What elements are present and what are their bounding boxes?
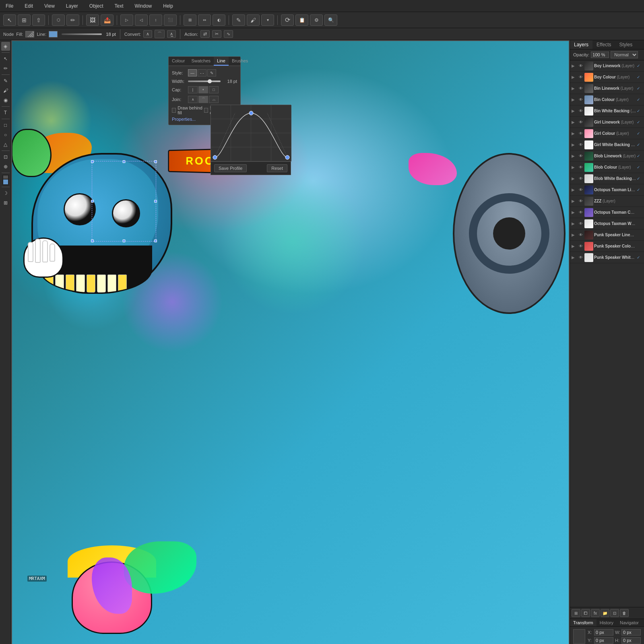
layer-check-bin-col[interactable]: ✓ — [637, 97, 642, 102]
lp-tab-colour[interactable]: Colour — [169, 57, 188, 66]
lp-cap-round[interactable]: ∘ — [198, 86, 208, 93]
line-color-swatch[interactable] — [49, 31, 58, 37]
lp-join-bevel[interactable]: ⌓ — [209, 96, 219, 103]
layer-vis-blob-col[interactable]: 👁 — [578, 165, 584, 170]
layer-expand-oct-white[interactable]: ▶ — [572, 221, 577, 226]
lp-tab-line[interactable]: Line — [214, 57, 229, 66]
layer-octopus-taxman-colour[interactable]: ▶ 👁 Octopus Taxman Colour — [570, 207, 644, 218]
tool-grid[interactable]: ⊞ — [184, 14, 196, 26]
tool-pen[interactable]: ✏ — [66, 14, 79, 26]
opacity-input[interactable] — [591, 52, 609, 58]
layer-vis-oct-white[interactable]: 👁 — [578, 221, 584, 227]
layer-check-punk-white[interactable]: ✓ — [637, 255, 642, 260]
layer-vis-bin-line[interactable]: 👁 — [578, 86, 584, 91]
tool-brush-style[interactable]: 🖌 — [247, 14, 260, 26]
menu-edit[interactable]: Edit — [22, 2, 35, 10]
layer-vis-bin-white[interactable]: 👁 — [578, 108, 584, 114]
convert-btn1[interactable]: ∧ — [143, 30, 152, 38]
rp-tab-styles[interactable]: Styles — [615, 40, 637, 49]
tool-search[interactable]: 🔍 — [324, 14, 337, 26]
blend-mode-select[interactable]: Normal Multiply Screen Overlay — [611, 51, 638, 58]
layer-zzz[interactable]: ▶ 👁 ZZZ (Layer) — [570, 196, 644, 207]
lp-tab-swatches[interactable]: Swatches — [188, 57, 214, 66]
tool-snap4[interactable]: ⬛ — [164, 14, 177, 26]
layer-vis-oct-line[interactable]: 👁 — [578, 187, 584, 193]
rp-delete-layer[interactable]: 🗑 — [620, 609, 629, 617]
lp-join-miter[interactable]: ∧ — [188, 96, 198, 103]
rp-tab-layers[interactable]: Layers — [570, 40, 592, 49]
rp-mask-layer[interactable]: ⧠ — [581, 609, 590, 617]
layer-vis-girl-white[interactable]: 👁 — [578, 142, 584, 148]
layer-punk-speaker-colour[interactable]: ▶ 👁 Punk Speaker Colour (La... — [570, 241, 644, 252]
layer-bin-colour[interactable]: ▶ 👁 Bin Colour (Layer) ✓ — [570, 94, 644, 105]
layer-girl-white-backing[interactable]: ▶ 👁 Girl White Backing (Layer) ✓ — [570, 139, 644, 151]
layer-check-girl-line[interactable]: ✓ — [637, 120, 642, 124]
tp-w-input[interactable] — [621, 629, 641, 636]
layer-check-girl-col[interactable]: ✓ — [637, 131, 642, 136]
layer-vis-blob-line[interactable]: 👁 — [578, 153, 584, 159]
rp-add-layer[interactable]: ⊞ — [572, 609, 580, 617]
rp-fx-layer[interactable]: fx — [591, 609, 600, 617]
rp-tab-transform[interactable]: Transform — [570, 619, 597, 626]
rp-tab-navigator[interactable]: Navigator — [617, 619, 642, 626]
layer-vis-zzz[interactable]: 👁 — [578, 198, 584, 204]
layer-expand-zzz[interactable]: ▶ — [572, 199, 577, 203]
menu-window[interactable]: Window — [132, 2, 155, 10]
layer-vis-boy-line[interactable]: 👁 — [578, 63, 584, 69]
layer-check-bin-line[interactable]: ✓ — [637, 86, 642, 91]
tool-undo-hist[interactable]: ⟳ — [281, 14, 294, 26]
tool-crop-btn[interactable]: ⊡ — [1, 153, 10, 161]
menu-text[interactable]: Text — [112, 2, 126, 10]
layer-bin-linework[interactable]: ▶ 👁 Bin Linework (Layer) ✓ — [570, 83, 644, 94]
lp-style-dot[interactable]: ✎ — [207, 69, 216, 76]
convert-btn3[interactable]: ∧̲ — [167, 30, 176, 38]
lp-properties-label[interactable]: Properties... — [172, 117, 196, 122]
tool-artboard[interactable]: ⊞ — [18, 14, 31, 26]
menu-view[interactable]: View — [42, 2, 57, 10]
layer-expand-oct-col[interactable]: ▶ — [572, 210, 577, 215]
layer-expand-girl-line[interactable]: ▶ — [572, 120, 577, 124]
tool-ellipse-btn[interactable]: ○ — [1, 130, 10, 139]
lp-cap-flat[interactable]: | — [188, 86, 198, 93]
tool-export[interactable]: 📤 — [101, 14, 114, 26]
convert-btn2[interactable]: ⌒ — [155, 30, 165, 38]
layer-vis-girl-col[interactable]: 👁 — [578, 131, 584, 136]
layer-octopus-taxman-linework[interactable]: ▶ 👁 Octopus Taxman Linewo ✓ — [570, 184, 644, 196]
menu-help[interactable]: Help — [161, 2, 175, 10]
layer-expand-blob-white[interactable]: ▶ — [572, 176, 577, 181]
tool-snap1[interactable]: ▷ — [120, 14, 133, 26]
layer-expand-oct-line[interactable]: ▶ — [572, 188, 577, 192]
layer-check-girl-white[interactable]: ✓ — [637, 142, 642, 147]
tool-rect-btn[interactable]: □ — [1, 121, 10, 130]
layer-check-bin-white[interactable]: ✓ — [637, 109, 642, 113]
layer-octopus-taxman-white[interactable]: ▶ 👁 Octopus Taxman White B fx — [570, 218, 644, 229]
lp-tab-brushes[interactable]: Brushes — [229, 57, 251, 66]
layer-check-oct-line[interactable]: ✓ — [637, 188, 642, 192]
tool-text-btn[interactable]: T — [1, 108, 10, 117]
lp-cap-square[interactable]: □ — [209, 86, 219, 93]
tool-pencil2[interactable]: ✎ — [232, 14, 245, 26]
lp-scale-check[interactable] — [204, 108, 208, 113]
rp-tab-history[interactable]: History — [597, 619, 617, 626]
layer-girl-colour[interactable]: ▶ 👁 Girl Colour (Layer) ✓ — [570, 128, 644, 139]
layer-vis-punk-white[interactable]: 👁 — [578, 255, 584, 260]
tool-move[interactable]: ↖ — [3, 14, 16, 26]
tool-zoom-btn[interactable]: ⊕ — [1, 162, 10, 171]
lp-width-thumb[interactable] — [208, 79, 212, 83]
layer-expand-bin-col[interactable]: ▶ — [572, 97, 577, 102]
layer-check-boy-line[interactable]: ✓ — [637, 64, 642, 68]
rp-move-down[interactable]: ⊡ — [610, 609, 619, 617]
menu-object[interactable]: Object — [87, 2, 106, 10]
tool-fill-btn[interactable]: ◉ — [1, 96, 10, 105]
tool-dropper[interactable]: ▾ — [261, 14, 274, 26]
layer-blob-colour[interactable]: ▶ 👁 Blob Colour (Layer) ✓ — [570, 162, 644, 173]
tool-hand-btn[interactable]: ☽ — [1, 189, 10, 198]
layer-expand-punk-col[interactable]: ▶ — [572, 244, 577, 248]
tool-pencil-btn[interactable]: ✎ — [1, 76, 10, 85]
action-btn3[interactable]: ∿ — [224, 30, 233, 38]
layer-check-blob-white[interactable]: ✓ — [637, 176, 642, 181]
tool-snap3[interactable]: ↕ — [149, 14, 162, 26]
tool-pen-btn[interactable]: ✏ — [1, 64, 10, 73]
menu-layer[interactable]: Layer — [64, 2, 80, 10]
layer-bin-white-backing[interactable]: ▶ 👁 Bin White Backing (Layer) ✓ — [570, 105, 644, 117]
